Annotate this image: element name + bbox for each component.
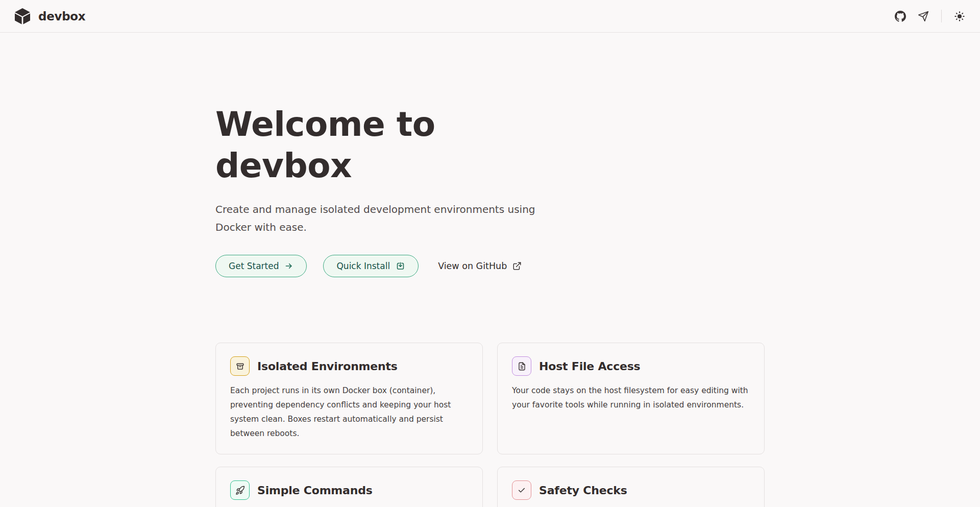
hero-subtitle: Create and manage isolated development e… bbox=[215, 201, 552, 236]
get-started-label: Get Started bbox=[229, 261, 279, 271]
feature-card-safety-checks: Safety Checks bbox=[497, 467, 765, 507]
feature-title: Safety Checks bbox=[539, 484, 627, 497]
file-text-icon bbox=[512, 356, 531, 376]
theme-toggle-sun-icon[interactable] bbox=[953, 10, 966, 22]
feature-card-host-file-access: Host File Access Your code stays on the … bbox=[497, 343, 765, 454]
main-content: Welcome to devbox Create and manage isol… bbox=[215, 33, 765, 507]
card-head: Isolated Environments bbox=[230, 356, 468, 376]
rocket-icon bbox=[230, 480, 250, 500]
feature-body: Each project runs in its own Docker box … bbox=[230, 383, 468, 441]
nav-actions bbox=[894, 10, 966, 22]
feature-body: Your code stays on the host filesystem f… bbox=[512, 383, 750, 412]
card-head: Safety Checks bbox=[512, 480, 750, 500]
github-icon[interactable] bbox=[894, 10, 906, 22]
arrow-right-icon bbox=[284, 261, 293, 271]
feature-title: Simple Commands bbox=[257, 484, 373, 497]
brand[interactable]: devbox bbox=[13, 7, 85, 26]
card-head: Host File Access bbox=[512, 356, 750, 376]
download-box-icon bbox=[396, 261, 405, 271]
hero-section: Welcome to devbox Create and manage isol… bbox=[215, 33, 765, 277]
quick-install-button[interactable]: Quick Install bbox=[323, 255, 419, 277]
feature-title: Isolated Environments bbox=[257, 360, 398, 373]
feature-card-isolated-environments: Isolated Environments Each project runs … bbox=[215, 343, 483, 454]
view-on-github-link[interactable]: View on GitHub bbox=[438, 261, 522, 271]
page-title: Welcome to devbox bbox=[215, 104, 501, 186]
features-grid: Isolated Environments Each project runs … bbox=[215, 343, 765, 507]
nav-divider bbox=[941, 10, 942, 22]
feature-title: Host File Access bbox=[539, 360, 641, 373]
external-link-icon bbox=[512, 261, 522, 271]
check-icon bbox=[512, 480, 531, 500]
get-started-button[interactable]: Get Started bbox=[215, 255, 307, 277]
brand-name: devbox bbox=[38, 10, 85, 23]
devbox-cube-logo-icon bbox=[13, 7, 32, 26]
view-on-github-label: View on GitHub bbox=[438, 261, 507, 271]
hero-actions: Get Started Quick Install View on G bbox=[215, 255, 765, 277]
quick-install-label: Quick Install bbox=[336, 261, 390, 271]
card-head: Simple Commands bbox=[230, 480, 468, 500]
box-icon bbox=[230, 356, 250, 376]
top-navigation: devbox bbox=[0, 0, 980, 33]
telegram-icon[interactable] bbox=[917, 10, 929, 22]
feature-card-simple-commands: Simple Commands bbox=[215, 467, 483, 507]
